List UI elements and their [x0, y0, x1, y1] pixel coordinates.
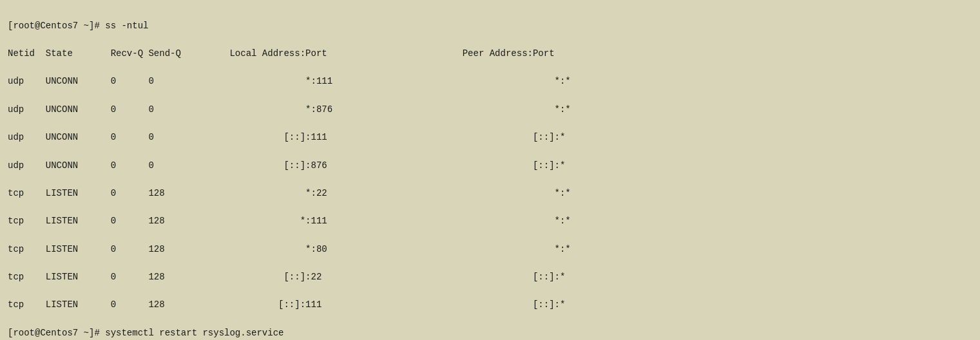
data-row-1: udp UNCONN 0 0 *:111 *:* — [8, 76, 571, 86]
data-row-4: udp UNCONN 0 0 [::]:876 [::]:* — [8, 160, 565, 171]
data-row-7: tcp LISTEN 0 128 *:80 *:* — [8, 244, 571, 254]
data-row-8: tcp LISTEN 0 128 [::]:22 [::]:* — [8, 272, 565, 282]
data-row-5: tcp LISTEN 0 128 *:22 *:* — [8, 188, 571, 198]
data-row-9: tcp LISTEN 0 128 [::]:111 [::]:* — [8, 299, 565, 310]
data-row-2: udp UNCONN 0 0 *:876 *:* — [8, 104, 571, 115]
data-row-3: udp UNCONN 0 0 [::]:111 [::]:* — [8, 132, 565, 142]
command-line-2: [root@Centos7 ~]# systemctl restart rsys… — [8, 328, 283, 338]
header-line-1: Netid State Recv-Q Send-Q Local Address:… — [8, 48, 555, 59]
terminal-output: [root@Centos7 ~]# ss -ntul Netid State R… — [8, 5, 972, 340]
command-line-1: [root@Centos7 ~]# ss -ntul — [8, 21, 148, 31]
data-row-6: tcp LISTEN 0 128 *:111 *:* — [8, 216, 571, 226]
